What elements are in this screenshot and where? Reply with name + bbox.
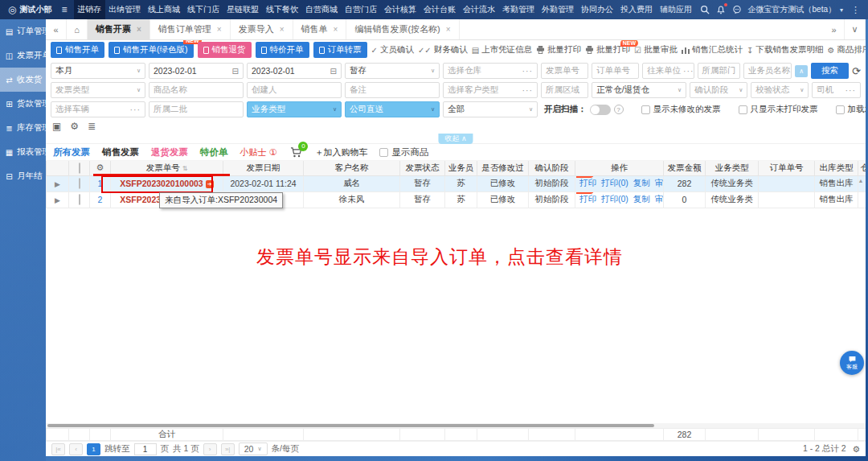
search-button[interactable]: 搜索 <box>811 63 849 79</box>
view-tab-return-invoices[interactable]: 退货发票 <box>151 146 188 158</box>
menu-item[interactable]: 会计台账 <box>420 0 460 19</box>
row-expand-icon[interactable]: ▶ <box>55 180 60 188</box>
sidebar-item-reports[interactable]: ▦报表管理 <box>0 140 46 164</box>
print-old-link[interactable]: 打印(0) <box>601 194 628 204</box>
menu-item[interactable]: 协同办公 <box>578 0 617 19</box>
end-date-field[interactable]: 2023-02-01⊟ <box>247 63 342 79</box>
menu-item[interactable]: 自营门店 <box>342 0 381 19</box>
header-modified[interactable]: 是否修改过 <box>477 161 529 175</box>
batch-print-action[interactable]: 批量打印 <box>536 44 581 56</box>
tabs-collapse-icon[interactable]: « <box>46 19 67 39</box>
menu-item[interactable]: 线上商城 <box>145 0 184 19</box>
help-icon[interactable]: ? <box>614 105 624 114</box>
sales-summary-action[interactable]: 销售汇总统计 <box>682 44 743 56</box>
copy-link[interactable]: 复制 <box>633 178 650 187</box>
tab-sales-invoicing[interactable]: 销售开票× <box>88 19 150 39</box>
print-link[interactable]: NEW打印 <box>579 194 596 204</box>
sidebar-item-orders[interactable]: ▤订单管理 <box>0 19 46 43</box>
hamburger-menu-icon[interactable]: ≡ <box>56 4 72 15</box>
scan-toggle[interactable] <box>590 105 611 115</box>
sidebar-item-inventory[interactable]: ≣库存管理 <box>0 116 46 140</box>
tab-close-icon[interactable]: × <box>334 25 338 34</box>
next-page-icon[interactable]: › <box>203 443 217 455</box>
cart-icon[interactable]: 0 <box>290 147 302 158</box>
account-menu[interactable]: 企微宝官方测试（beta） <box>748 4 843 15</box>
approve-link[interactable]: 审批 <box>655 178 664 187</box>
order-no-input[interactable]: 订单单号 <box>592 63 639 79</box>
remark-input[interactable]: 备注 <box>345 82 440 98</box>
print-old-link[interactable]: 打印(0) <box>601 178 628 187</box>
menu-item[interactable]: 线下餐饮 <box>263 0 302 19</box>
sidebar-item-payment[interactable]: ⊞货款管理 <box>0 92 46 116</box>
checkbox-unprinted-only[interactable]: 只显示未打印发票 <box>739 104 818 115</box>
view-tab-all-invoices[interactable]: 所有发票 <box>53 146 90 158</box>
special-price-button[interactable]: 特价开单 <box>256 42 309 58</box>
view-tab-special-price[interactable]: 特价单 <box>200 146 228 158</box>
menu-item[interactable]: 会计核算 <box>381 0 420 19</box>
tab-close-icon[interactable]: × <box>446 25 451 34</box>
row-checkbox[interactable] <box>79 178 80 189</box>
invoice-type-select[interactable]: 发票类型∨ <box>51 82 145 98</box>
order-to-invoice-button[interactable]: 订单转票 <box>313 42 367 58</box>
download-detail-action[interactable]: ↧下载销售发票明细 <box>747 44 823 56</box>
header-invoice-date[interactable]: 发票日期 <box>223 161 304 175</box>
refresh-icon[interactable]: ⟳ <box>852 65 861 77</box>
header-stage[interactable]: 确认阶段 <box>529 161 575 175</box>
current-page-button[interactable]: 1 <box>87 443 100 455</box>
salesman-input[interactable]: 业务员名称 <box>743 63 792 79</box>
status-select[interactable]: 暂存∨ <box>345 63 440 79</box>
checkbox-load-shipping[interactable]: 加载发货信息 <box>836 104 866 115</box>
header-status[interactable]: 发票状态 <box>400 161 445 175</box>
approve-link[interactable]: 审批 <box>655 194 664 204</box>
secondary-dealer-input[interactable]: 所属二批 <box>149 101 244 117</box>
print-link[interactable]: NEW打印 <box>579 178 596 187</box>
tab-sales-doc[interactable]: 销售单× <box>293 19 347 39</box>
tab-invoice-import[interactable]: 发票导入× <box>231 19 293 39</box>
sales-create-button[interactable]: 销售开单 <box>51 42 104 58</box>
search-icon[interactable] <box>700 5 710 14</box>
menu-item[interactable]: 星链联盟 <box>223 0 263 19</box>
vertical-scrollbar[interactable]: ▲ <box>856 175 866 423</box>
finance-confirm-action[interactable]: ✓✓财务确认 <box>418 44 468 56</box>
table-settings-gear-icon[interactable]: ⚙ <box>853 444 860 454</box>
customer-service-button[interactable]: 客服 <box>840 351 864 375</box>
menu-item[interactable]: 考勤管理 <box>499 0 538 19</box>
menu-item[interactable]: 辅助应用 <box>657 0 696 19</box>
vehicle-picker[interactable]: 选择车辆··· <box>51 101 145 117</box>
collapse-filters-button[interactable]: ∧ <box>795 65 808 77</box>
start-date-field[interactable]: 2023-02-01⊟ <box>149 63 244 79</box>
verify-status-select[interactable]: 校验状态∨ <box>751 82 809 98</box>
date-range-select[interactable]: 本月∨ <box>51 63 145 79</box>
menu-item-jxc[interactable]: 进销存 <box>74 0 105 19</box>
list-icon[interactable]: ≣ <box>88 121 96 132</box>
row-number-link[interactable]: 1 <box>98 179 103 188</box>
collapse-filter-tab[interactable]: 收起 ∧ <box>438 134 473 144</box>
view-tab-sales-invoices[interactable]: 销售发票 <box>102 146 139 158</box>
sidebar-item-shipping[interactable]: ⇄收发货 <box>0 68 46 92</box>
batch-approve-action[interactable]: ☑批量审批 <box>634 44 678 56</box>
prev-page-icon[interactable]: ‹ <box>69 443 83 455</box>
menu-item[interactable]: 自营商城 <box>302 0 342 19</box>
per-page-select[interactable]: 20∨ <box>239 442 268 455</box>
voucher-info-action[interactable]: ▤上市凭证信息 <box>472 44 532 56</box>
sidebar-item-closing[interactable]: ⊟月年结 <box>0 164 46 188</box>
tab-close-icon[interactable]: × <box>280 25 285 34</box>
save-scheme-icon[interactable]: ▣ <box>52 121 61 132</box>
sales-return-button[interactable]: 销售退货 <box>198 42 252 58</box>
invoice-no-input[interactable]: 发票单号 <box>541 63 588 79</box>
message-icon[interactable] <box>732 5 742 14</box>
menu-item[interactable]: 系统管理 <box>696 0 698 19</box>
scroll-up-icon[interactable]: ▲ <box>858 178 864 423</box>
warehouse-picker[interactable]: 选择仓库··· <box>443 63 538 79</box>
tab-edit-invoice[interactable]: 编辑销售发票(按名称)× <box>346 19 459 39</box>
batch-print-new-action[interactable]: 批量打印NEW <box>585 44 630 56</box>
all-select[interactable]: 全部∨ <box>443 101 538 117</box>
menu-item[interactable]: 会计流水 <box>460 0 499 19</box>
add-to-cart-link[interactable]: ＋加入购物车 <box>314 146 367 158</box>
header-warehouse[interactable]: 仓库名称 <box>858 161 866 175</box>
tips-link[interactable]: 小贴士 ① <box>240 146 277 158</box>
row-number-link[interactable]: 2 <box>98 195 103 204</box>
tab-close-icon[interactable]: × <box>217 25 222 34</box>
header-biz-type[interactable]: 业务类型 <box>706 161 759 175</box>
region-input[interactable]: 所属区域 <box>541 82 588 98</box>
